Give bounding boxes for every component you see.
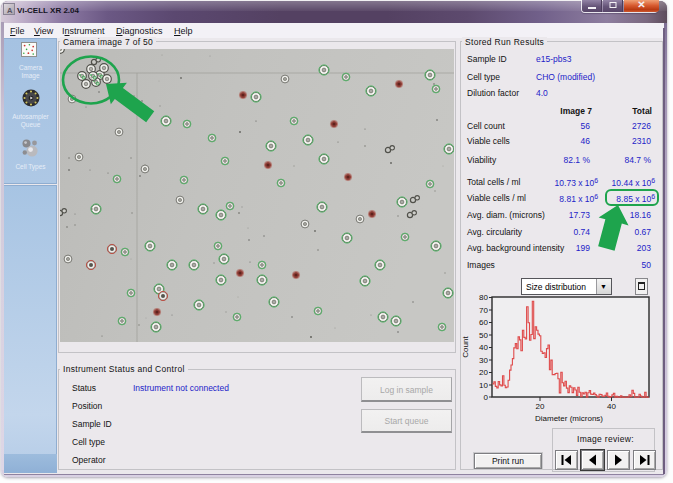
svg-text:40: 40 [607,402,616,411]
svg-text:30: 30 [479,356,488,365]
svg-text:70: 70 [479,306,488,315]
svg-text:10: 10 [479,381,488,390]
svg-text:40: 40 [479,343,488,352]
svg-text:Count: Count [461,336,470,358]
svg-text:20: 20 [536,402,545,411]
svg-text:Diameter (microns): Diameter (microns) [535,414,603,423]
svg-text:0: 0 [484,393,489,402]
svg-text:80: 80 [479,293,488,302]
svg-text:50: 50 [479,331,488,340]
svg-text:60: 60 [479,318,488,327]
svg-text:20: 20 [479,368,488,377]
